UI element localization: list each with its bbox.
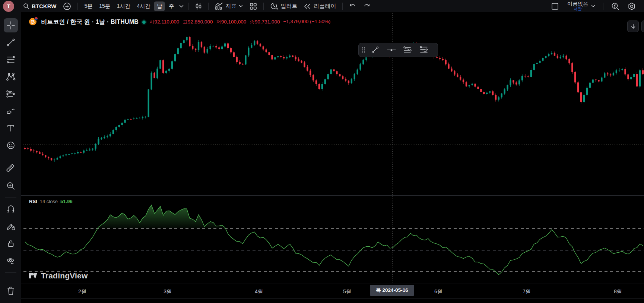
emoji-icon — [6, 141, 15, 150]
interval-1d-button[interactable]: 날 — [154, 1, 165, 11]
plus-circle-icon — [63, 2, 71, 10]
time-axis-month-label: 2월 — [78, 288, 86, 295]
chart-canvas[interactable] — [0, 0, 644, 303]
layout-grid-button[interactable] — [247, 1, 260, 11]
chart-style-button[interactable] — [192, 1, 205, 11]
symbol-search-button[interactable]: BTCKRW — [20, 1, 59, 11]
alert-button[interactable]: 얼러트 — [267, 1, 300, 11]
tool-lock-drawings[interactable] — [4, 237, 18, 251]
redo-icon — [363, 3, 371, 9]
korea-flag-badge — [34, 17, 38, 20]
layout-name-button[interactable]: 이름없음 저장 — [564, 1, 598, 11]
ohlc-values: 시92,110,000 고92,850,000 저90,100,000 종90,… — [149, 19, 330, 25]
user-avatar[interactable]: T — [3, 1, 14, 12]
tradingview-chart-app: { "app": { "avatar_letter": "T" }, "tool… — [0, 0, 644, 303]
float-tool-fib-channel[interactable] — [416, 44, 432, 56]
rsi-value: 51.96 — [60, 199, 73, 204]
undo-icon — [349, 3, 356, 9]
sidebar-divider — [5, 272, 16, 273]
quick-search-button[interactable] — [608, 1, 622, 11]
candlestick-series — [24, 36, 644, 162]
replay-button[interactable]: 리플레이 — [301, 1, 339, 11]
fib-channel-icon — [419, 45, 429, 54]
pane-separator[interactable] — [21, 195, 644, 196]
search-icon — [23, 3, 29, 9]
toolbar-left-group: T BTCKRW 5분 15분 1시간 4시간 날 주 — [0, 1, 548, 12]
close-label: 종 — [250, 19, 255, 25]
interval-5m-button[interactable]: 5분 — [81, 1, 95, 11]
indicators-label: 지표 — [225, 3, 237, 10]
tool-xabcd-pattern[interactable] — [4, 70, 18, 84]
tool-ruler[interactable] — [4, 162, 18, 176]
crosshair-icon — [6, 21, 15, 30]
redo-button[interactable] — [360, 1, 374, 11]
replay-icon — [304, 3, 311, 9]
tool-hide-drawings[interactable] — [4, 254, 18, 268]
low-label: 저 — [216, 19, 221, 25]
toolbar-divider — [342, 3, 343, 10]
tradingview-logo-icon — [28, 271, 38, 281]
chevron-down-icon — [591, 5, 595, 7]
forecast-icon — [6, 89, 16, 98]
trend-line-icon — [6, 38, 15, 47]
bottom-border — [0, 299, 644, 299]
change-value: −1,379,000 (−1.50%) — [283, 19, 330, 25]
layout-name-label: 이름없음 — [567, 1, 588, 7]
layout-panel-button[interactable] — [548, 1, 562, 11]
interval-1w-button[interactable]: 주 — [166, 1, 177, 11]
interval-15m-button[interactable]: 15분 — [96, 1, 113, 11]
tool-text[interactable] — [4, 121, 18, 135]
tool-emoji[interactable] — [4, 138, 18, 152]
rsi-series — [25, 205, 643, 275]
tool-gann-fib-lines[interactable] — [4, 53, 18, 67]
horizontal-line-icon — [387, 45, 396, 54]
toolbar-divider — [263, 3, 264, 10]
tradingview-watermark[interactable]: TradingView — [28, 271, 88, 281]
pane-maximize-button[interactable] — [641, 20, 644, 32]
floating-drawing-toolbar — [358, 43, 438, 57]
candlestick-icon — [195, 3, 202, 10]
time-axis-month-label: 3월 — [164, 288, 172, 295]
float-tool-horizontal-line[interactable] — [383, 44, 400, 56]
drawing-toolbar — [0, 12, 21, 303]
magnet-icon — [6, 205, 15, 214]
alert-clock-icon — [270, 2, 278, 10]
pattern-icon — [6, 72, 16, 81]
tool-zoom-in[interactable] — [4, 179, 18, 193]
interval-4h-button[interactable]: 4시간 — [134, 1, 153, 11]
tool-forecast[interactable] — [4, 87, 18, 101]
tool-magnet[interactable] — [4, 202, 18, 217]
quick-search-icon — [611, 2, 619, 10]
save-button[interactable]: 저장 — [574, 7, 582, 11]
compare-add-button[interactable] — [60, 1, 74, 11]
settings-button[interactable] — [625, 1, 639, 11]
indicators-icon — [215, 3, 223, 10]
rsi-legend: RSI 14 close 51.96 — [29, 199, 73, 204]
market-status-dot[interactable] — [142, 20, 146, 24]
symbol-label: BTCKRW — [32, 3, 56, 9]
sidebar-divider — [5, 157, 16, 157]
toolbar-divider — [77, 3, 78, 10]
time-axis-month-label: 6월 — [434, 288, 442, 295]
float-tool-trend-line[interactable] — [367, 44, 383, 56]
trend-line-icon — [371, 45, 380, 54]
interval-1h-button[interactable]: 1시간 — [114, 1, 133, 11]
time-axis-month-label: 8월 — [614, 288, 622, 295]
tool-remove-objects[interactable] — [4, 284, 18, 298]
symbol-title[interactable]: 비트코인 / 한국 원 · 1날 · BITHUMB — [41, 18, 139, 26]
tool-brush[interactable] — [4, 104, 18, 118]
crosshair-date-label: 목 2024-05-16 — [370, 285, 414, 296]
indicators-button[interactable]: 지표 — [212, 1, 246, 11]
symbol-logo: ₿ — [29, 18, 37, 26]
interval-menu-button[interactable] — [178, 1, 185, 11]
time-axis[interactable]: 2월3월4월5월6월7월8월 — [21, 284, 644, 299]
scroll-to-recent-button[interactable] — [627, 20, 639, 32]
tool-crosshair[interactable] — [4, 18, 18, 32]
tool-stay-drawing-mode[interactable] — [4, 220, 18, 234]
drag-handle[interactable] — [360, 45, 367, 55]
rsi-name[interactable]: RSI — [29, 199, 37, 204]
tool-trend-line[interactable] — [4, 35, 18, 50]
float-tool-fib-retracement[interactable] — [400, 44, 416, 56]
undo-button[interactable] — [346, 1, 359, 11]
layout-name-column: 이름없음 저장 — [567, 1, 588, 11]
